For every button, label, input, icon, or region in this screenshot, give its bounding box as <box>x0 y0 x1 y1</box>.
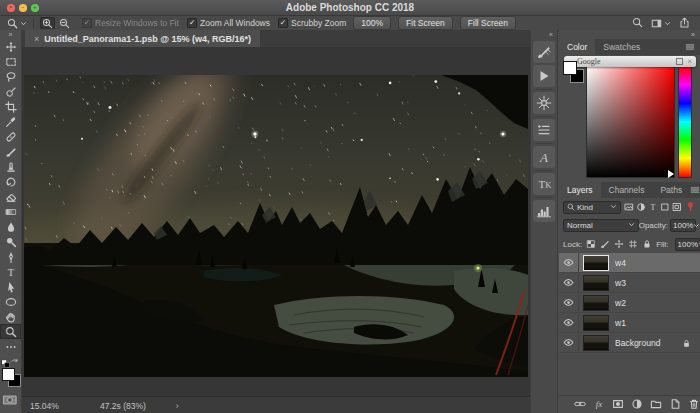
new-adjustment-button[interactable] <box>631 396 643 413</box>
foreground-color-chip[interactable] <box>2 368 15 381</box>
tool-path-select[interactable] <box>0 279 21 294</box>
layer-thumbnail[interactable] <box>583 335 609 351</box>
tab-close-icon[interactable]: × <box>34 34 39 44</box>
button-100-[interactable]: 100% <box>353 16 391 30</box>
fill-field[interactable]: 100% <box>675 238 700 251</box>
checkbox-box[interactable]: ✓ <box>278 18 288 28</box>
color-tab-color[interactable]: Color <box>559 39 595 55</box>
tool-eyedropper[interactable] <box>0 114 21 129</box>
dock-panel-letter-a[interactable]: A <box>533 146 555 168</box>
dock-panel-brush-settings[interactable] <box>533 41 555 63</box>
hue-pointer[interactable] <box>668 170 674 178</box>
layer-visibility-toggle[interactable] <box>559 293 579 312</box>
google-nik-window-titlebar[interactable]: Google × <box>564 56 696 67</box>
foreground-color-chip[interactable] <box>563 61 577 75</box>
tool-hand[interactable] <box>0 309 21 324</box>
filter-smart-objects[interactable] <box>672 198 682 216</box>
quick-mask-icon[interactable] <box>3 393 17 411</box>
layers-tab-layers[interactable]: Layers <box>559 182 601 198</box>
tool-move[interactable] <box>0 39 21 54</box>
checkbox-scrubby-zoom[interactable]: ✓Scrubby Zoom <box>278 18 346 28</box>
tool-type[interactable]: T <box>0 264 21 279</box>
tool-zoom[interactable] <box>0 324 21 339</box>
filter-kind-dropdown[interactable]: Kind <box>563 201 621 214</box>
tool-crop[interactable] <box>0 99 21 114</box>
close-icon[interactable]: × <box>687 58 692 66</box>
panels-collapse-chevron[interactable]: » <box>559 30 700 39</box>
layer-thumbnail[interactable] <box>583 275 609 291</box>
delete-layer-button[interactable] <box>688 396 700 413</box>
status-flyout-chevron[interactable]: › <box>176 401 179 411</box>
share-button[interactable] <box>679 17 690 30</box>
dock-panel-actions-play[interactable] <box>533 65 555 87</box>
lock-paint-button[interactable] <box>600 235 610 253</box>
dock-panel-sun[interactable] <box>533 92 555 114</box>
opacity-field[interactable]: 100% <box>670 219 696 232</box>
zoom-level-field[interactable]: 15.04% <box>22 401 78 411</box>
dock-panel-list[interactable] <box>533 119 555 141</box>
photo-panorama[interactable] <box>24 75 528 377</box>
layer-thumbnail[interactable] <box>583 295 609 311</box>
tool-blur[interactable] <box>0 219 21 234</box>
layer-visibility-toggle[interactable] <box>559 253 579 272</box>
workspace-button[interactable] <box>651 18 671 29</box>
layer-visibility-toggle[interactable] <box>559 333 579 352</box>
tool-eraser[interactable] <box>0 189 21 204</box>
lock-move-button[interactable] <box>614 235 624 253</box>
layers-tab-channels[interactable]: Channels <box>601 182 653 198</box>
dock-expand-chevron[interactable]: « <box>531 30 557 39</box>
layer-row-w2[interactable]: w2 <box>559 293 700 313</box>
layer-styles-button[interactable]: fx <box>593 396 605 413</box>
tool-brush[interactable] <box>0 144 21 159</box>
tool-preset-picker[interactable] <box>7 18 27 29</box>
zoom-out-button[interactable] <box>57 17 72 29</box>
tools-expand-chevron[interactable]: » <box>0 30 21 39</box>
tool-gradient[interactable] <box>0 204 21 219</box>
filter-shape-layers[interactable] <box>660 198 670 216</box>
dock-panel-tk[interactable]: TK <box>533 173 555 195</box>
tool-marquee[interactable] <box>0 54 21 69</box>
filter-pin-toggle[interactable] <box>685 198 696 216</box>
filter-pixel-layers[interactable] <box>624 198 634 216</box>
filter-type-layers[interactable]: T <box>648 198 658 216</box>
lock-all-button[interactable] <box>642 235 652 253</box>
checkbox-zoom-all-windows[interactable]: ✓Zoom All Windows <box>187 18 270 28</box>
button-fit-screen[interactable]: Fit Screen <box>398 16 453 30</box>
tool-healing-brush[interactable] <box>0 129 21 144</box>
dock-panel-histogram[interactable] <box>533 200 555 222</box>
checkbox-box[interactable]: ✓ <box>187 18 197 28</box>
new-group-button[interactable] <box>650 396 662 413</box>
search-button[interactable] <box>632 17 643 30</box>
canvas-area[interactable] <box>22 47 530 396</box>
color-cube[interactable] <box>586 66 675 178</box>
layers-tab-paths[interactable]: Paths <box>652 182 690 198</box>
add-mask-button[interactable] <box>612 396 624 413</box>
zoom-in-button[interactable] <box>40 17 55 29</box>
hue-slider[interactable] <box>678 66 692 178</box>
layer-visibility-toggle[interactable] <box>559 273 579 292</box>
layer-thumbnail[interactable] <box>583 255 609 271</box>
blend-mode-dropdown[interactable]: Normal <box>563 219 639 232</box>
minimize-icon[interactable] <box>676 58 683 65</box>
filter-adjustment-layers[interactable] <box>636 198 646 216</box>
lock-transparent-button[interactable] <box>586 235 596 253</box>
tool-clone-stamp[interactable] <box>0 159 21 174</box>
layer-row-w1[interactable]: w1 <box>559 313 700 333</box>
tool-shape[interactable] <box>0 294 21 309</box>
color-panel-menu[interactable] <box>685 39 700 55</box>
layer-row-background[interactable]: Background <box>559 333 700 353</box>
color-tab-swatches[interactable]: Swatches <box>595 39 648 55</box>
tool-quick-select[interactable] <box>0 84 21 99</box>
layer-visibility-toggle[interactable] <box>559 313 579 332</box>
document-tab[interactable]: × Untitled_Panorama1-1.psb @ 15% (w4, RG… <box>25 30 260 47</box>
layer-row-w3[interactable]: w3 <box>559 273 700 293</box>
layer-thumbnail[interactable] <box>583 315 609 331</box>
link-layers-button[interactable] <box>574 396 586 413</box>
tool-lasso[interactable] <box>0 69 21 84</box>
new-layer-button[interactable] <box>669 396 681 413</box>
layers-panel-menu[interactable] <box>690 182 700 198</box>
lock-artboard-button[interactable] <box>628 235 638 253</box>
tool-history-brush[interactable] <box>0 174 21 189</box>
tool-pen[interactable] <box>0 249 21 264</box>
tool-edit-toolbar[interactable] <box>0 339 21 354</box>
